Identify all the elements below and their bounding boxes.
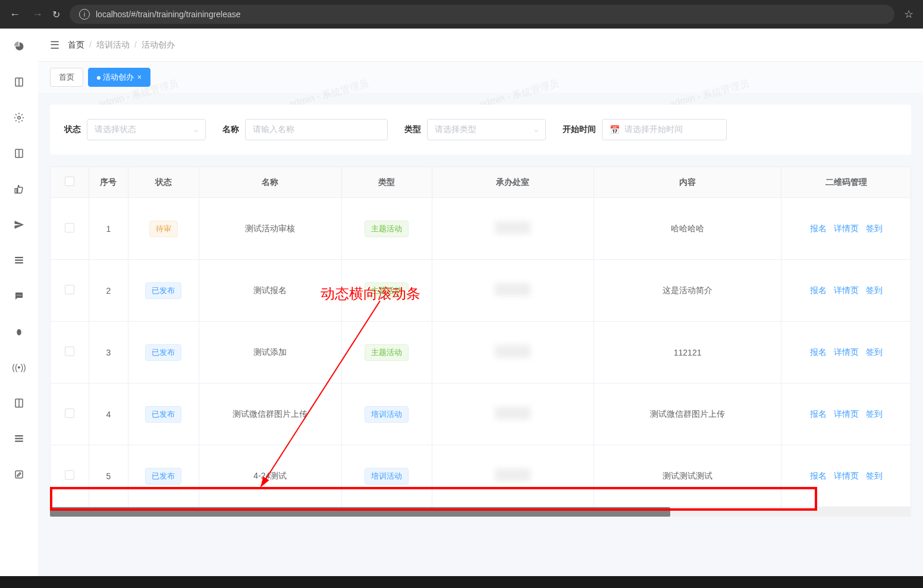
action-signup[interactable]: 报名 bbox=[810, 285, 827, 296]
type-badge: 培训活动 bbox=[365, 468, 409, 485]
cell-name: 4-24测试 bbox=[199, 445, 341, 507]
status-badge: 待审 bbox=[149, 221, 178, 237]
action-detail[interactable]: 详情页 bbox=[834, 347, 859, 358]
select-all-checkbox[interactable] bbox=[65, 177, 74, 186]
action-checkin[interactable]: 签到 bbox=[866, 285, 883, 296]
action-checkin[interactable]: 签到 bbox=[866, 224, 883, 234]
data-table: 序号 状态 名称 类型 承办处室 内容 二维码管理 1 待审 测试活动审核 主题… bbox=[50, 166, 911, 507]
url-text: localhost/#/train/training/trainingrelea… bbox=[96, 10, 241, 19]
cell-seq: 5 bbox=[89, 445, 128, 507]
bookmark-star-icon[interactable]: ☆ bbox=[904, 8, 913, 21]
horizontal-scrollbar[interactable] bbox=[50, 507, 911, 517]
row-checkbox[interactable] bbox=[65, 223, 74, 232]
list2-icon[interactable] bbox=[13, 433, 25, 445]
cell-content: 测试测试测试 bbox=[594, 445, 781, 507]
gear-icon[interactable] bbox=[13, 112, 25, 124]
type-badge: 主题活动 bbox=[365, 344, 409, 361]
svg-rect-5 bbox=[15, 257, 23, 258]
action-signup[interactable]: 报名 bbox=[810, 347, 827, 358]
edit-icon[interactable] bbox=[13, 468, 25, 480]
chevron-down-icon: ⌵ bbox=[534, 125, 538, 134]
svg-rect-7 bbox=[15, 262, 23, 263]
cell-seq: 3 bbox=[89, 322, 128, 383]
action-checkin[interactable]: 签到 bbox=[866, 471, 883, 482]
action-detail[interactable]: 详情页 bbox=[834, 224, 859, 234]
cell-name: 测试活动审核 bbox=[199, 198, 341, 260]
action-detail[interactable]: 详情页 bbox=[834, 285, 859, 296]
col-content: 内容 bbox=[594, 167, 781, 198]
table-row: 2 已发布 测试报名 主题活动 这是活动简介 报名 详情页 签到 bbox=[51, 260, 911, 322]
calendar-icon: 📅 bbox=[610, 125, 620, 134]
breadcrumb-level2: 活动创办 bbox=[142, 40, 175, 51]
nav-forward-icon[interactable]: → bbox=[32, 8, 43, 21]
action-detail[interactable]: 详情页 bbox=[834, 471, 859, 482]
status-label: 状态 bbox=[64, 124, 81, 135]
name-input[interactable]: 请输入名称 bbox=[245, 119, 388, 140]
main-content: admin - 系统管理员 admin - 系统管理员 admin - 系统管理… bbox=[38, 29, 923, 576]
chat-icon[interactable] bbox=[13, 290, 25, 302]
url-bar[interactable]: i localhost/#/train/training/trainingrel… bbox=[70, 5, 894, 24]
tabs-row: 首页 活动创办× bbox=[38, 62, 923, 93]
taskbar bbox=[0, 576, 923, 588]
row-checkbox[interactable] bbox=[65, 408, 74, 418]
status-badge: 已发布 bbox=[145, 282, 181, 299]
tab-active[interactable]: 活动创办× bbox=[88, 68, 150, 87]
cell-seq: 1 bbox=[89, 198, 128, 260]
start-label: 开始时间 bbox=[563, 124, 596, 135]
cell-dept bbox=[432, 383, 594, 445]
cell-name: 测试微信群图片上传 bbox=[199, 383, 341, 445]
cell-dept bbox=[432, 260, 594, 322]
name-label: 名称 bbox=[222, 124, 239, 135]
book2-icon[interactable] bbox=[13, 147, 25, 159]
row-checkbox[interactable] bbox=[65, 347, 74, 356]
reload-icon[interactable]: ↻ bbox=[52, 9, 60, 20]
col-type: 类型 bbox=[341, 167, 432, 198]
cell-content: 这是活动简介 bbox=[594, 260, 781, 322]
collapse-menu-icon[interactable]: ☰ bbox=[50, 39, 59, 52]
book3-icon[interactable] bbox=[13, 397, 25, 409]
action-signup[interactable]: 报名 bbox=[810, 471, 827, 482]
close-icon[interactable]: × bbox=[137, 73, 142, 81]
action-checkin[interactable]: 签到 bbox=[866, 347, 883, 358]
svg-rect-17 bbox=[15, 471, 23, 478]
col-name: 名称 bbox=[199, 167, 341, 198]
thumbs-up-icon[interactable] bbox=[13, 183, 25, 195]
start-date-input[interactable]: 📅 请选择开始时间 bbox=[602, 119, 727, 140]
broadcast-icon[interactable]: ((•)) bbox=[13, 361, 25, 373]
dashboard-icon[interactable] bbox=[13, 40, 25, 52]
row-checkbox[interactable] bbox=[65, 285, 74, 294]
svg-point-2 bbox=[18, 117, 21, 120]
sidebar: ((•)) bbox=[0, 29, 38, 576]
breadcrumb-level1[interactable]: 培训活动 bbox=[96, 40, 130, 51]
action-signup[interactable]: 报名 bbox=[810, 224, 827, 234]
action-checkin[interactable]: 签到 bbox=[866, 409, 883, 420]
list-icon[interactable] bbox=[13, 254, 25, 266]
cell-content: 哈哈哈哈 bbox=[594, 198, 781, 260]
type-select[interactable]: 请选择类型 ⌵ bbox=[427, 119, 546, 140]
status-select[interactable]: 请选择状态 ⌵ bbox=[87, 119, 206, 140]
action-signup[interactable]: 报名 bbox=[810, 409, 827, 420]
breadcrumb-home[interactable]: 首页 bbox=[68, 40, 84, 51]
bug-icon[interactable] bbox=[13, 326, 25, 338]
type-badge: 主题活动 bbox=[365, 221, 409, 237]
svg-point-8 bbox=[17, 295, 18, 296]
tab-home[interactable]: 首页 bbox=[50, 68, 83, 87]
filters-card: 状态 请选择状态 ⌵ 名称 请输入名称 类型 请选择类型 bbox=[50, 105, 911, 155]
svg-rect-6 bbox=[15, 260, 23, 261]
svg-point-10 bbox=[20, 295, 21, 296]
action-detail[interactable]: 详情页 bbox=[834, 409, 859, 420]
status-badge: 已发布 bbox=[145, 406, 181, 423]
table-container: 序号 状态 名称 类型 承办处室 内容 二维码管理 1 待审 测试活动审核 主题… bbox=[50, 166, 911, 517]
col-dept: 承办处室 bbox=[432, 167, 594, 198]
row-checkbox[interactable] bbox=[65, 470, 74, 480]
type-label: 类型 bbox=[404, 124, 421, 135]
scrollbar-thumb[interactable] bbox=[50, 507, 670, 517]
type-badge: 培训活动 bbox=[365, 406, 409, 423]
col-seq: 序号 bbox=[89, 167, 128, 198]
cell-seq: 2 bbox=[89, 260, 128, 322]
col-qr: 二维码管理 bbox=[781, 167, 911, 198]
nav-back-icon[interactable]: ← bbox=[10, 8, 20, 21]
send-icon[interactable] bbox=[13, 219, 25, 231]
col-status: 状态 bbox=[128, 167, 199, 198]
book-icon[interactable] bbox=[13, 76, 25, 88]
